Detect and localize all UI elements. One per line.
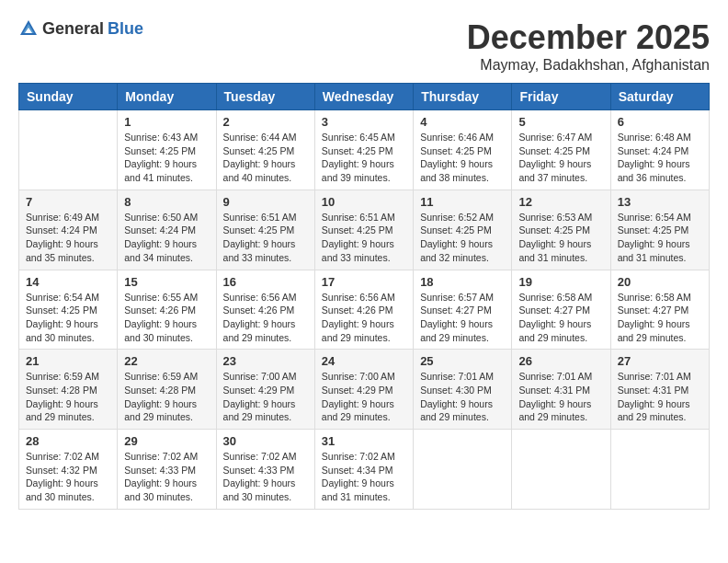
calendar-day-cell: 29Sunrise: 7:02 AMSunset: 4:33 PMDayligh… xyxy=(118,430,216,510)
weekday-header-cell: Wednesday xyxy=(314,84,413,110)
day-number: 7 xyxy=(26,195,110,209)
day-number: 19 xyxy=(518,275,603,289)
day-info: Sunrise: 6:54 AMSunset: 4:25 PMDaylight:… xyxy=(618,211,702,265)
calendar-day-cell: 22Sunrise: 6:59 AMSunset: 4:28 PMDayligh… xyxy=(118,350,216,430)
calendar-day-cell: 28Sunrise: 7:02 AMSunset: 4:32 PMDayligh… xyxy=(19,430,118,510)
day-number: 14 xyxy=(26,275,110,289)
day-info: Sunrise: 6:59 AMSunset: 4:28 PMDaylight:… xyxy=(26,370,110,424)
month-title: December 2025 xyxy=(467,18,710,57)
calendar-day-cell: 31Sunrise: 7:02 AMSunset: 4:34 PMDayligh… xyxy=(314,430,413,510)
weekday-header-row: SundayMondayTuesdayWednesdayThursdayFrid… xyxy=(19,84,710,110)
day-info: Sunrise: 6:47 AMSunset: 4:25 PMDaylight:… xyxy=(518,131,603,185)
day-number: 17 xyxy=(322,275,406,289)
day-info: Sunrise: 7:01 AMSunset: 4:30 PMDaylight:… xyxy=(420,370,505,424)
day-info: Sunrise: 6:54 AMSunset: 4:25 PMDaylight:… xyxy=(26,291,110,345)
day-info: Sunrise: 6:56 AMSunset: 4:26 PMDaylight:… xyxy=(223,291,308,345)
day-info: Sunrise: 6:49 AMSunset: 4:24 PMDaylight:… xyxy=(26,211,110,265)
day-number: 5 xyxy=(518,115,603,129)
day-number: 15 xyxy=(124,275,209,289)
day-info: Sunrise: 6:58 AMSunset: 4:27 PMDaylight:… xyxy=(518,291,603,345)
weekday-header-cell: Sunday xyxy=(19,84,118,110)
calendar-day-cell: 2Sunrise: 6:44 AMSunset: 4:25 PMDaylight… xyxy=(216,110,314,190)
calendar-day-cell: 18Sunrise: 6:57 AMSunset: 4:27 PMDayligh… xyxy=(414,270,512,350)
day-number: 26 xyxy=(518,354,603,368)
day-info: Sunrise: 6:44 AMSunset: 4:25 PMDaylight:… xyxy=(223,131,308,185)
calendar-day-cell: 30Sunrise: 7:02 AMSunset: 4:33 PMDayligh… xyxy=(216,430,314,510)
day-number: 3 xyxy=(322,115,406,129)
calendar-week-row: 21Sunrise: 6:59 AMSunset: 4:28 PMDayligh… xyxy=(19,350,710,430)
calendar-day-cell: 27Sunrise: 7:01 AMSunset: 4:31 PMDayligh… xyxy=(610,350,709,430)
day-info: Sunrise: 6:58 AMSunset: 4:27 PMDaylight:… xyxy=(618,291,702,345)
calendar-day-cell: 17Sunrise: 6:56 AMSunset: 4:26 PMDayligh… xyxy=(314,270,413,350)
day-info: Sunrise: 7:02 AMSunset: 4:33 PMDaylight:… xyxy=(223,450,308,504)
calendar-day-cell: 5Sunrise: 6:47 AMSunset: 4:25 PMDaylight… xyxy=(512,110,610,190)
day-number: 16 xyxy=(223,275,308,289)
day-number: 2 xyxy=(223,115,308,129)
logo: General Blue xyxy=(18,18,143,39)
day-number: 31 xyxy=(322,434,406,448)
day-number: 25 xyxy=(420,354,505,368)
day-info: Sunrise: 7:02 AMSunset: 4:33 PMDaylight:… xyxy=(124,450,209,504)
day-info: Sunrise: 6:51 AMSunset: 4:25 PMDaylight:… xyxy=(223,211,308,265)
calendar-day-cell: 15Sunrise: 6:55 AMSunset: 4:26 PMDayligh… xyxy=(118,270,216,350)
calendar-day-cell: 12Sunrise: 6:53 AMSunset: 4:25 PMDayligh… xyxy=(512,190,610,270)
calendar-day-cell: 4Sunrise: 6:46 AMSunset: 4:25 PMDaylight… xyxy=(414,110,512,190)
day-number: 9 xyxy=(223,195,308,209)
weekday-header-cell: Tuesday xyxy=(216,84,314,110)
day-number: 11 xyxy=(420,195,505,209)
logo-general-text: General xyxy=(42,19,104,39)
calendar-day-cell: 26Sunrise: 7:01 AMSunset: 4:31 PMDayligh… xyxy=(512,350,610,430)
calendar-day-cell: 14Sunrise: 6:54 AMSunset: 4:25 PMDayligh… xyxy=(19,270,118,350)
day-number: 8 xyxy=(124,195,209,209)
day-info: Sunrise: 6:51 AMSunset: 4:25 PMDaylight:… xyxy=(322,211,406,265)
calendar-day-cell: 3Sunrise: 6:45 AMSunset: 4:25 PMDaylight… xyxy=(314,110,413,190)
day-number: 28 xyxy=(26,434,110,448)
weekday-header-cell: Saturday xyxy=(610,84,709,110)
calendar-body: 1Sunrise: 6:43 AMSunset: 4:25 PMDaylight… xyxy=(19,110,710,510)
day-info: Sunrise: 7:00 AMSunset: 4:29 PMDaylight:… xyxy=(223,370,308,424)
day-number: 13 xyxy=(618,195,702,209)
calendar-day-cell: 24Sunrise: 7:00 AMSunset: 4:29 PMDayligh… xyxy=(314,350,413,430)
calendar-day-cell: 1Sunrise: 6:43 AMSunset: 4:25 PMDaylight… xyxy=(118,110,216,190)
calendar-day-cell xyxy=(19,110,118,190)
calendar-day-cell xyxy=(610,430,709,510)
day-number: 24 xyxy=(322,354,406,368)
calendar-day-cell: 21Sunrise: 6:59 AMSunset: 4:28 PMDayligh… xyxy=(19,350,118,430)
calendar-week-row: 1Sunrise: 6:43 AMSunset: 4:25 PMDaylight… xyxy=(19,110,710,190)
day-info: Sunrise: 7:00 AMSunset: 4:29 PMDaylight:… xyxy=(322,370,406,424)
calendar-table: SundayMondayTuesdayWednesdayThursdayFrid… xyxy=(18,83,710,510)
day-number: 23 xyxy=(223,354,308,368)
weekday-header-cell: Monday xyxy=(118,84,216,110)
calendar-day-cell: 11Sunrise: 6:52 AMSunset: 4:25 PMDayligh… xyxy=(414,190,512,270)
calendar-week-row: 7Sunrise: 6:49 AMSunset: 4:24 PMDaylight… xyxy=(19,190,710,270)
day-info: Sunrise: 7:02 AMSunset: 4:32 PMDaylight:… xyxy=(26,450,110,504)
day-info: Sunrise: 7:01 AMSunset: 4:31 PMDaylight:… xyxy=(618,370,702,424)
day-number: 4 xyxy=(420,115,505,129)
location-title: Maymay, Badakhshan, Afghanistan xyxy=(467,57,710,74)
day-number: 20 xyxy=(618,275,702,289)
calendar-day-cell xyxy=(414,430,512,510)
day-info: Sunrise: 6:55 AMSunset: 4:26 PMDaylight:… xyxy=(124,291,209,345)
day-info: Sunrise: 6:57 AMSunset: 4:27 PMDaylight:… xyxy=(420,291,505,345)
calendar-day-cell: 25Sunrise: 7:01 AMSunset: 4:30 PMDayligh… xyxy=(414,350,512,430)
calendar-week-row: 14Sunrise: 6:54 AMSunset: 4:25 PMDayligh… xyxy=(19,270,710,350)
day-info: Sunrise: 6:50 AMSunset: 4:24 PMDaylight:… xyxy=(124,211,209,265)
day-number: 30 xyxy=(223,434,308,448)
calendar-day-cell xyxy=(512,430,610,510)
day-number: 27 xyxy=(618,354,702,368)
calendar-day-cell: 16Sunrise: 6:56 AMSunset: 4:26 PMDayligh… xyxy=(216,270,314,350)
day-number: 6 xyxy=(618,115,702,129)
title-area: December 2025 Maymay, Badakhshan, Afghan… xyxy=(467,18,710,74)
day-info: Sunrise: 6:45 AMSunset: 4:25 PMDaylight:… xyxy=(322,131,406,185)
day-info: Sunrise: 6:59 AMSunset: 4:28 PMDaylight:… xyxy=(124,370,209,424)
day-info: Sunrise: 6:53 AMSunset: 4:25 PMDaylight:… xyxy=(518,211,603,265)
day-number: 10 xyxy=(322,195,406,209)
day-info: Sunrise: 6:56 AMSunset: 4:26 PMDaylight:… xyxy=(322,291,406,345)
page-header: General Blue December 2025 Maymay, Badak… xyxy=(18,18,710,74)
day-number: 29 xyxy=(124,434,209,448)
calendar-day-cell: 8Sunrise: 6:50 AMSunset: 4:24 PMDaylight… xyxy=(118,190,216,270)
calendar-day-cell: 20Sunrise: 6:58 AMSunset: 4:27 PMDayligh… xyxy=(610,270,709,350)
day-number: 21 xyxy=(26,354,110,368)
day-info: Sunrise: 7:01 AMSunset: 4:31 PMDaylight:… xyxy=(518,370,603,424)
calendar-week-row: 28Sunrise: 7:02 AMSunset: 4:32 PMDayligh… xyxy=(19,430,710,510)
